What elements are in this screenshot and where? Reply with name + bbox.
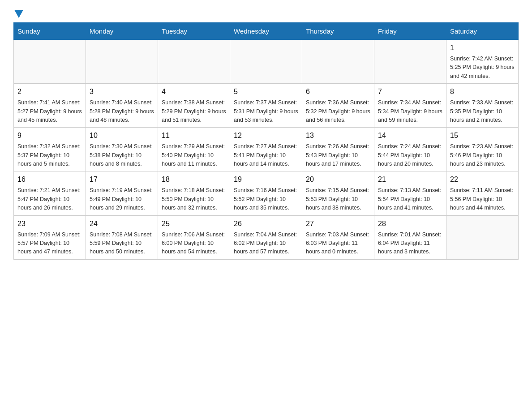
day-number: 8 xyxy=(450,86,515,97)
calendar-cell: 2Sunrise: 7:41 AM Sunset: 5:27 PM Daylig… xyxy=(14,84,86,128)
day-number: 23 xyxy=(17,218,82,229)
calendar-week-row: 1Sunrise: 7:42 AM Sunset: 5:25 PM Daylig… xyxy=(14,40,519,84)
day-number: 5 xyxy=(234,86,298,97)
calendar-cell: 20Sunrise: 7:15 AM Sunset: 5:53 PM Dayli… xyxy=(302,171,374,215)
day-number: 6 xyxy=(306,86,370,97)
day-headers-row: SundayMondayTuesdayWednesdayThursdayFrid… xyxy=(14,23,519,40)
day-number: 22 xyxy=(450,174,515,185)
calendar-cell xyxy=(14,40,86,84)
day-number: 3 xyxy=(90,86,154,97)
calendar-cell: 18Sunrise: 7:18 AM Sunset: 5:50 PM Dayli… xyxy=(158,171,230,215)
calendar-cell: 15Sunrise: 7:23 AM Sunset: 5:46 PM Dayli… xyxy=(446,128,519,171)
calendar-body: 1Sunrise: 7:42 AM Sunset: 5:25 PM Daylig… xyxy=(14,40,519,260)
calendar-cell xyxy=(158,40,230,84)
logo xyxy=(13,9,23,18)
calendar-cell: 6Sunrise: 7:36 AM Sunset: 5:32 PM Daylig… xyxy=(302,84,374,128)
calendar-cell: 5Sunrise: 7:37 AM Sunset: 5:31 PM Daylig… xyxy=(230,84,302,128)
day-number: 15 xyxy=(450,130,515,141)
calendar-week-row: 9Sunrise: 7:32 AM Sunset: 5:37 PM Daylig… xyxy=(14,128,519,171)
calendar-cell: 3Sunrise: 7:40 AM Sunset: 5:28 PM Daylig… xyxy=(86,84,158,128)
day-info: Sunrise: 7:30 AM Sunset: 5:38 PM Dayligh… xyxy=(90,142,154,168)
day-header-saturday: Saturday xyxy=(446,23,519,40)
day-number: 14 xyxy=(378,130,442,141)
day-info: Sunrise: 7:38 AM Sunset: 5:29 PM Dayligh… xyxy=(162,98,226,124)
day-header-sunday: Sunday xyxy=(14,23,86,40)
day-info: Sunrise: 7:33 AM Sunset: 5:35 PM Dayligh… xyxy=(450,98,515,124)
day-number: 21 xyxy=(378,174,442,185)
day-number: 24 xyxy=(90,218,154,229)
day-header-monday: Monday xyxy=(86,23,158,40)
page-header xyxy=(13,9,519,18)
calendar-cell xyxy=(446,215,519,259)
calendar-cell xyxy=(302,40,374,84)
day-number: 11 xyxy=(162,130,226,141)
calendar-cell: 14Sunrise: 7:24 AM Sunset: 5:44 PM Dayli… xyxy=(374,128,446,171)
day-header-friday: Friday xyxy=(374,23,446,40)
day-header-thursday: Thursday xyxy=(302,23,374,40)
day-info: Sunrise: 7:34 AM Sunset: 5:34 PM Dayligh… xyxy=(378,98,442,124)
calendar-cell: 12Sunrise: 7:27 AM Sunset: 5:41 PM Dayli… xyxy=(230,128,302,171)
day-info: Sunrise: 7:01 AM Sunset: 6:04 PM Dayligh… xyxy=(378,231,442,257)
logo-triangle-icon xyxy=(14,10,23,18)
day-header-wednesday: Wednesday xyxy=(230,23,302,40)
calendar-week-row: 23Sunrise: 7:09 AM Sunset: 5:57 PM Dayli… xyxy=(14,215,519,259)
calendar-cell: 21Sunrise: 7:13 AM Sunset: 5:54 PM Dayli… xyxy=(374,171,446,215)
calendar-week-row: 16Sunrise: 7:21 AM Sunset: 5:47 PM Dayli… xyxy=(14,171,519,215)
day-info: Sunrise: 7:24 AM Sunset: 5:44 PM Dayligh… xyxy=(378,142,442,168)
day-info: Sunrise: 7:13 AM Sunset: 5:54 PM Dayligh… xyxy=(378,186,442,212)
day-info: Sunrise: 7:23 AM Sunset: 5:46 PM Dayligh… xyxy=(450,142,515,168)
calendar-cell: 11Sunrise: 7:29 AM Sunset: 5:40 PM Dayli… xyxy=(158,128,230,171)
day-number: 17 xyxy=(90,174,154,185)
day-number: 4 xyxy=(162,86,226,97)
calendar-cell: 23Sunrise: 7:09 AM Sunset: 5:57 PM Dayli… xyxy=(14,215,86,259)
day-info: Sunrise: 7:06 AM Sunset: 6:00 PM Dayligh… xyxy=(162,231,226,257)
calendar-week-row: 2Sunrise: 7:41 AM Sunset: 5:27 PM Daylig… xyxy=(14,84,519,128)
day-number: 26 xyxy=(234,218,298,229)
calendar-cell: 7Sunrise: 7:34 AM Sunset: 5:34 PM Daylig… xyxy=(374,84,446,128)
calendar-cell: 22Sunrise: 7:11 AM Sunset: 5:56 PM Dayli… xyxy=(446,171,519,215)
day-number: 7 xyxy=(378,86,442,97)
calendar-cell: 10Sunrise: 7:30 AM Sunset: 5:38 PM Dayli… xyxy=(86,128,158,171)
day-info: Sunrise: 7:09 AM Sunset: 5:57 PM Dayligh… xyxy=(17,231,82,257)
day-info: Sunrise: 7:27 AM Sunset: 5:41 PM Dayligh… xyxy=(234,142,298,168)
calendar-cell: 25Sunrise: 7:06 AM Sunset: 6:00 PM Dayli… xyxy=(158,215,230,259)
day-info: Sunrise: 7:41 AM Sunset: 5:27 PM Dayligh… xyxy=(17,98,82,124)
calendar-cell xyxy=(230,40,302,84)
day-info: Sunrise: 7:42 AM Sunset: 5:25 PM Dayligh… xyxy=(450,55,515,81)
day-number: 9 xyxy=(17,130,82,141)
day-info: Sunrise: 7:36 AM Sunset: 5:32 PM Dayligh… xyxy=(306,98,370,124)
calendar-cell: 9Sunrise: 7:32 AM Sunset: 5:37 PM Daylig… xyxy=(14,128,86,171)
day-number: 20 xyxy=(306,174,370,185)
day-info: Sunrise: 7:03 AM Sunset: 6:03 PM Dayligh… xyxy=(306,231,370,257)
day-info: Sunrise: 7:04 AM Sunset: 6:02 PM Dayligh… xyxy=(234,231,298,257)
day-info: Sunrise: 7:18 AM Sunset: 5:50 PM Dayligh… xyxy=(162,186,226,212)
calendar-cell: 17Sunrise: 7:19 AM Sunset: 5:49 PM Dayli… xyxy=(86,171,158,215)
calendar-cell xyxy=(86,40,158,84)
day-number: 28 xyxy=(378,218,442,229)
day-info: Sunrise: 7:37 AM Sunset: 5:31 PM Dayligh… xyxy=(234,98,298,124)
day-info: Sunrise: 7:29 AM Sunset: 5:40 PM Dayligh… xyxy=(162,142,226,168)
day-number: 19 xyxy=(234,174,298,185)
calendar-cell: 13Sunrise: 7:26 AM Sunset: 5:43 PM Dayli… xyxy=(302,128,374,171)
calendar-cell: 16Sunrise: 7:21 AM Sunset: 5:47 PM Dayli… xyxy=(14,171,86,215)
day-number: 27 xyxy=(306,218,370,229)
day-info: Sunrise: 7:40 AM Sunset: 5:28 PM Dayligh… xyxy=(90,98,154,124)
calendar-header: SundayMondayTuesdayWednesdayThursdayFrid… xyxy=(14,23,519,40)
day-number: 25 xyxy=(162,218,226,229)
day-info: Sunrise: 7:21 AM Sunset: 5:47 PM Dayligh… xyxy=(17,186,82,212)
calendar-cell: 4Sunrise: 7:38 AM Sunset: 5:29 PM Daylig… xyxy=(158,84,230,128)
day-number: 13 xyxy=(306,130,370,141)
calendar-cell: 26Sunrise: 7:04 AM Sunset: 6:02 PM Dayli… xyxy=(230,215,302,259)
day-header-tuesday: Tuesday xyxy=(158,23,230,40)
calendar-cell: 24Sunrise: 7:08 AM Sunset: 5:59 PM Dayli… xyxy=(86,215,158,259)
calendar-cell: 1Sunrise: 7:42 AM Sunset: 5:25 PM Daylig… xyxy=(446,40,519,84)
day-number: 10 xyxy=(90,130,154,141)
calendar-cell: 8Sunrise: 7:33 AM Sunset: 5:35 PM Daylig… xyxy=(446,84,519,128)
calendar-table: SundayMondayTuesdayWednesdayThursdayFrid… xyxy=(13,22,519,260)
calendar-cell xyxy=(374,40,446,84)
day-number: 1 xyxy=(450,43,515,53)
day-info: Sunrise: 7:19 AM Sunset: 5:49 PM Dayligh… xyxy=(90,186,154,212)
day-number: 2 xyxy=(17,86,82,97)
calendar-cell: 19Sunrise: 7:16 AM Sunset: 5:52 PM Dayli… xyxy=(230,171,302,215)
day-number: 18 xyxy=(162,174,226,185)
